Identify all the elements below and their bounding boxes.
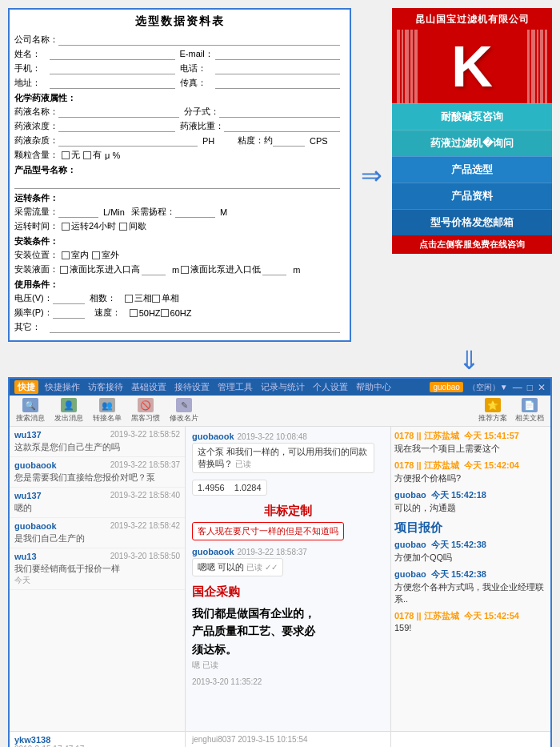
msg-text-highlight: 客人现在要尺寸一样的但是不知道吗 bbox=[192, 522, 344, 540]
search-icon: 🔍 bbox=[22, 398, 38, 412]
single-phase-checkbox[interactable] bbox=[152, 295, 160, 303]
molecular-input[interactable] bbox=[219, 106, 340, 118]
toolbar-search-msg[interactable]: 🔍 搜索消息 bbox=[16, 398, 45, 424]
particles-yes-checkbox[interactable] bbox=[83, 151, 91, 159]
toolbar-recommend[interactable]: ⭐ 推荐方案 bbox=[478, 398, 507, 424]
name-input[interactable] bbox=[50, 49, 175, 60]
list-item[interactable]: guobaook 2019-3-22 18:58:42 是我们自己生产的 bbox=[10, 518, 185, 548]
menu-records[interactable]: 记录与统计 bbox=[261, 381, 305, 393]
email-input[interactable] bbox=[215, 49, 341, 60]
toolbar-blacklist[interactable]: 🚫 黑客习惯 bbox=[131, 398, 160, 424]
maximize-btn[interactable]: □ bbox=[527, 382, 533, 393]
msg-bubble-header: guobaook 2019-3-22 18:58:37 bbox=[192, 547, 384, 556]
particles-yes-label: 有 bbox=[93, 149, 102, 161]
close-btn[interactable]: ✕ bbox=[538, 382, 546, 393]
recommend-icon: ⭐ bbox=[485, 398, 501, 412]
menu-basic[interactable]: 基础设置 bbox=[131, 381, 166, 393]
particles-yes-item[interactable]: 有 bbox=[83, 149, 102, 161]
concentration-input[interactable] bbox=[58, 121, 175, 132]
chat-bottom-left: ykw3138 2019-3-15 17:47:17 我们的设想是，，装个检测仪… bbox=[10, 732, 186, 747]
time-intermit-item[interactable]: 间歇 bbox=[119, 220, 146, 232]
toolbar-transfer[interactable]: 👥 转接名单 bbox=[93, 398, 122, 424]
menu-visitor[interactable]: 访客接待 bbox=[88, 381, 123, 393]
right-msg-body: 方便加个QQ吗 bbox=[394, 552, 547, 564]
bottom-center-content: jenghui8037 2019-3-15 10:15:54 EXC 水泵清单.… bbox=[192, 735, 384, 747]
list-item[interactable]: wu13 2019-3-20 18:58:50 我们要经销商低于报价一样 今天 bbox=[10, 548, 185, 590]
list-item[interactable]: wu137 2019-3-22 18:58:40 嗯的 bbox=[10, 488, 185, 518]
chat-status: 今天 bbox=[14, 575, 180, 586]
hz60-checkbox[interactable] bbox=[161, 309, 169, 317]
inlet-below-value[interactable] bbox=[262, 264, 286, 275]
product-model-row bbox=[14, 178, 345, 189]
company-input[interactable] bbox=[58, 34, 340, 46]
inlet-above-value[interactable] bbox=[142, 264, 166, 275]
frequency-input[interactable] bbox=[53, 307, 85, 319]
history-icon: 📄 bbox=[522, 398, 538, 412]
specific-gravity-input[interactable] bbox=[224, 121, 341, 132]
chat-bottom-right bbox=[390, 732, 550, 747]
impurity-input[interactable] bbox=[58, 135, 198, 147]
list-item[interactable]: guobaook 2019-3-22 18:58:37 您是需要我们直接给您报价… bbox=[10, 457, 185, 488]
menu-btn-email-price[interactable]: 型号价格发您邮箱 bbox=[392, 209, 552, 235]
time-intermit-checkbox[interactable] bbox=[119, 223, 127, 231]
menu-btn-acid[interactable]: 耐酸碱泵咨询 bbox=[392, 103, 552, 130]
menu-help[interactable]: 帮助中心 bbox=[356, 381, 391, 393]
particles-no-item[interactable]: 无 bbox=[62, 149, 80, 161]
three-phase-checkbox[interactable] bbox=[125, 295, 133, 303]
single-phase-item[interactable]: 单相 bbox=[152, 292, 179, 304]
hz60-label: 60HZ bbox=[170, 308, 192, 318]
toolbar-send-msg[interactable]: 👤 发出消息 bbox=[54, 398, 83, 424]
hz50-checkbox[interactable] bbox=[130, 309, 138, 317]
indoor-checkbox[interactable] bbox=[62, 251, 70, 259]
indoor-label: 室内 bbox=[71, 249, 89, 261]
menu-btn-filter[interactable]: 药液过滤机�询问 bbox=[392, 130, 552, 156]
indoor-item[interactable]: 室内 bbox=[62, 249, 89, 261]
drug-name-input[interactable] bbox=[58, 106, 179, 118]
barcode-left bbox=[397, 30, 418, 103]
inlet-above-checkbox[interactable] bbox=[60, 266, 68, 274]
send-icon: 👤 bbox=[61, 398, 77, 412]
menu-reception[interactable]: 接待设置 bbox=[174, 381, 210, 393]
inlet-above-item[interactable]: 液面比泵进入口高 bbox=[60, 263, 140, 275]
toolbar-edit-card[interactable]: ✎ 修改名片 bbox=[170, 398, 198, 424]
chat-right-panel: 0178 || 江苏盐城 今天 15:41:57 现在我一个项目上需要这个 01… bbox=[390, 427, 550, 731]
name-label: 姓名： bbox=[14, 48, 50, 60]
toolbar-transfer-label: 转接名单 bbox=[93, 413, 122, 424]
hz60-item[interactable]: 60HZ bbox=[161, 308, 192, 318]
hz50-item[interactable]: 50HZ bbox=[130, 308, 161, 318]
right-msg-body: 方便您个各种方式吗，我业企业经理联系.. bbox=[394, 581, 547, 605]
company-panel: 昆山国宝过滤机有限公司 K 耐酸碱泵咨询 药液过滤机�询问 产品选型 产品资料 … bbox=[392, 8, 552, 342]
toolbar-edit-label: 修改名片 bbox=[170, 413, 198, 424]
inlet-below-checkbox[interactable] bbox=[181, 266, 189, 274]
list-item[interactable]: wu137 2019-3-22 18:58:52 这款泵是您们自己生产的吗 bbox=[10, 427, 185, 457]
outdoor-item[interactable]: 室外 bbox=[92, 249, 119, 261]
menu-btn-product-select[interactable]: 产品选型 bbox=[392, 156, 552, 183]
phone-input[interactable] bbox=[50, 63, 175, 74]
outdoor-checkbox[interactable] bbox=[92, 251, 100, 259]
menu-quick-ops[interactable]: 快捷操作 bbox=[45, 381, 80, 393]
toolbar-history[interactable]: 📄 相关文档 bbox=[515, 398, 544, 424]
fax-input[interactable] bbox=[215, 78, 341, 89]
right-msg-header: guobao 今天 15:42:38 bbox=[394, 539, 547, 551]
menu-personal[interactable]: 个人设置 bbox=[313, 381, 348, 393]
minimize-btn[interactable]: — bbox=[513, 382, 522, 393]
outdoor-label: 室外 bbox=[102, 249, 119, 261]
tel-input[interactable] bbox=[215, 63, 341, 74]
voltage-input[interactable] bbox=[53, 293, 85, 304]
menu-tools[interactable]: 管理工具 bbox=[218, 381, 253, 393]
viscosity-input[interactable] bbox=[273, 135, 305, 147]
time-24h-checkbox[interactable] bbox=[62, 223, 70, 231]
menu-btn-product-info[interactable]: 产品资料 bbox=[392, 183, 552, 209]
particles-no-checkbox[interactable] bbox=[62, 151, 70, 159]
inlet-below-item[interactable]: 液面比泵进入口低 bbox=[181, 263, 261, 275]
msg-bubble: guobaook 2019-3-22 10:08:48 这个泵 和我们一样的，可… bbox=[192, 432, 384, 473]
three-phase-item[interactable]: 三相 bbox=[125, 292, 152, 304]
chat-user: wu137 bbox=[14, 430, 42, 440]
time-24h-item[interactable]: 运转24小时 bbox=[62, 220, 116, 232]
address-input[interactable] bbox=[50, 78, 175, 89]
head-input[interactable] bbox=[175, 207, 215, 218]
product-model-input[interactable] bbox=[14, 178, 340, 189]
arrow-down-top: ⇓ bbox=[0, 347, 560, 373]
flow-input[interactable] bbox=[58, 207, 98, 218]
other-input[interactable] bbox=[50, 322, 340, 333]
